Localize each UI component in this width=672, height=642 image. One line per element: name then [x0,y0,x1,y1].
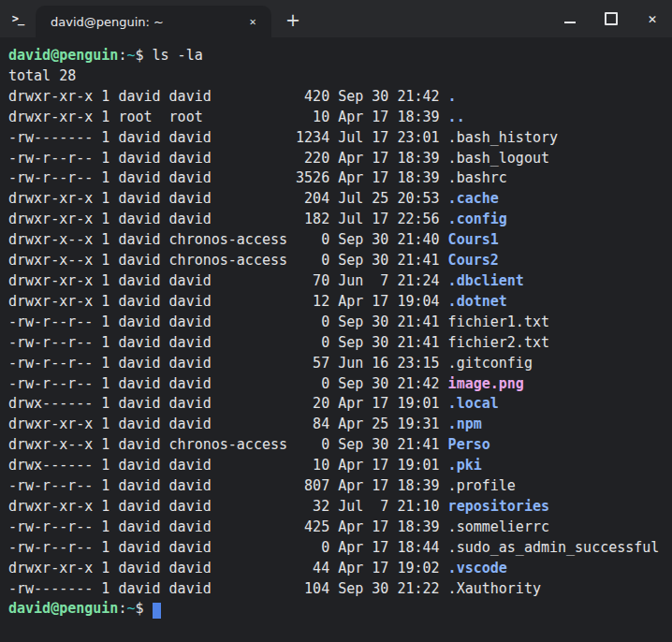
ls-row: drwxr-xr-x 1 david david 204 Jul 25 20:5… [8,189,672,210]
ls-row: -rw-r--r-- 1 david david 425 Apr 17 18:3… [8,518,672,538]
ls-row: drwxr-xr-x 1 david david 182 Jul 17 22:5… [8,210,672,230]
file-name: .bashrc [448,169,507,186]
ls-row: drwx------ 1 david david 10 Apr 17 19:01… [8,456,672,476]
command-text: ls -la [153,47,203,64]
ls-row: -rw-r--r-- 1 david david 807 Apr 17 18:3… [8,476,672,497]
ls-row: drwxr-x--x 1 david chronos-access 0 Sep … [8,435,672,456]
ls-row: -rw-r--r-- 1 david david 3526 Apr 17 18:… [8,168,672,189]
file-name: .sudo_as_admin_successful [448,539,660,556]
close-icon: ✕ [249,15,256,28]
file-meta: drwx------ 1 david david 20 Apr 17 19:01 [8,395,448,412]
file-name: .local [448,395,499,412]
file-meta: -rw-r--r-- 1 david david 3526 Apr 17 18:… [8,169,448,186]
file-meta: -rw-r--r-- 1 david david 0 Apr 17 18:44 [8,539,448,556]
prompt-user-host: david@penguin [8,47,118,64]
file-meta: drwxr-xr-x 1 david david 204 Jul 25 20:5… [8,190,448,207]
file-meta: drwxr-xr-x 1 david david 12 Apr 17 19:04 [8,293,448,310]
maximize-button[interactable] [601,8,621,29]
file-meta: drwxr-xr-x 1 david david 32 Jul 7 21:10 [8,498,448,515]
prompt-dollar: $ [135,600,152,617]
ls-row: drwxr-xr-x 1 david david 70 Jun 7 21:24 … [8,271,672,292]
file-name: image.png [448,375,524,392]
plus-icon: + [285,9,300,30]
file-name: fichier1.txt [448,314,549,330]
file-meta: -rw------- 1 david david 104 Sep 30 21:2… [8,580,448,597]
minimize-button[interactable] [560,8,580,29]
prompt-user-host: david@penguin [8,600,118,617]
ls-row: -rw-r--r-- 1 david david 220 Apr 17 18:3… [8,149,672,169]
file-meta: -rw-r--r-- 1 david david 0 Sep 30 21:41 [8,334,448,351]
file-name: .gitconfig [448,355,533,372]
file-meta: drwxr-x--x 1 david chronos-access 0 Sep … [8,436,448,453]
file-meta: -rw-r--r-- 1 david david 0 Sep 30 21:41 [8,314,448,330]
ls-row: -rw-r--r-- 1 david david 57 Jun 16 23:15… [8,354,672,374]
file-meta: drwxr-xr-x 1 david david 44 Apr 17 19:02 [8,560,448,576]
file-meta: -rw-r--r-- 1 david david 57 Jun 16 23:15 [8,355,448,372]
file-name: .profile [448,477,516,494]
file-meta: drwx------ 1 david david 10 Apr 17 19:01 [8,457,448,474]
prompt-line-current: david@penguin:~$ [8,599,672,620]
close-window-button[interactable]: ✕ [642,8,663,29]
file-meta: drwxr-xr-x 1 david david 420 Sep 30 21:4… [8,88,448,105]
file-meta: drwxr-x--x 1 david chronos-access 0 Sep … [8,231,448,248]
file-name: .npm [448,416,482,432]
ls-row: drwxr-xr-x 1 david david 12 Apr 17 19:04… [8,292,672,313]
terminal-app-icon: >_ [0,0,36,37]
tab-title: david@penguin: ~ [51,15,243,29]
terminal-screen[interactable]: david@penguin:~$ ls -la total 28 drwxr-x… [0,37,672,642]
file-name: Cours2 [448,252,499,269]
ls-row: drwxr-x--x 1 david chronos-access 0 Sep … [8,251,672,271]
ls-row: -rw-r--r-- 1 david david 0 Sep 30 21:41 … [8,313,672,333]
file-name: .bash_logout [448,150,549,167]
ls-row: -rw------- 1 david david 1234 Jul 17 23:… [8,128,672,149]
file-meta: -rw-r--r-- 1 david david 807 Apr 17 18:3… [8,477,448,494]
file-name: fichier2.txt [448,334,549,351]
file-meta: -rw-r--r-- 1 david david 425 Apr 17 18:3… [8,518,448,535]
window-controls: ✕ [560,0,666,37]
ls-row: -rw-r--r-- 1 david david 0 Sep 30 21:42 … [8,374,672,395]
tab-david-penguin[interactable]: david@penguin: ~ ✕ [36,6,271,37]
file-meta: -rw-r--r-- 1 david david 220 Apr 17 18:3… [8,150,448,167]
file-name: .sommelierrc [448,518,549,535]
file-name: .vscode [448,560,507,576]
prompt-line-command: david@penguin:~$ ls -la [8,46,672,66]
file-name: .pki [448,457,482,474]
ls-row: drwxr-xr-x 1 david david 84 Apr 25 19:31… [8,415,672,435]
close-icon: ✕ [648,12,656,26]
ls-row: -rw-r--r-- 1 david david 0 Apr 17 18:44 … [8,538,672,559]
ls-row: drwx------ 1 david david 20 Apr 17 19:01… [8,394,672,415]
ls-row: drwxr-xr-x 1 david david 32 Jul 7 21:10 … [8,497,672,518]
file-name: .Xauthority [448,580,541,597]
file-meta: drwxr-xr-x 1 david david 182 Jul 17 22:5… [8,211,448,227]
text-cursor [153,603,161,619]
file-name: .bash_history [448,129,558,146]
prompt-dollar: $ [135,47,152,64]
new-tab-button[interactable]: + [279,6,307,34]
file-name: .dbclient [448,272,524,289]
file-meta: -rw-r--r-- 1 david david 0 Sep 30 21:42 [8,375,448,392]
ls-row: drwxr-xr-x 1 david david 420 Sep 30 21:4… [8,87,672,108]
tab-bar: >_ david@penguin: ~ ✕ + ✕ [0,0,672,37]
file-name: .config [448,211,507,227]
file-meta: -rw------- 1 david david 1234 Jul 17 23:… [8,129,448,146]
maximize-icon [605,12,618,25]
ls-row: drwxr-x--x 1 david chronos-access 0 Sep … [8,230,672,251]
tab-close-button[interactable]: ✕ [243,12,262,31]
file-name: repositories [448,498,549,515]
terminal-window: >_ david@penguin: ~ ✕ + ✕ david@penguin:… [0,0,672,642]
file-meta: drwxr-xr-x 1 root root 10 Apr 17 18:39 [8,109,448,125]
ls-row: -rw------- 1 david david 104 Sep 30 21:2… [8,579,672,600]
file-name: .cache [448,190,499,207]
total-line: total 28 [8,66,672,87]
ls-row: drwxr-xr-x 1 david david 44 Apr 17 19:02… [8,559,672,579]
file-name: Perso [448,436,490,453]
file-name: Cours1 [448,231,499,248]
minimize-icon [564,22,576,23]
file-name: .. [448,109,465,125]
file-meta: drwxr-x--x 1 david chronos-access 0 Sep … [8,252,448,269]
ls-row: -rw-r--r-- 1 david david 0 Sep 30 21:41 … [8,333,672,354]
ls-row: drwxr-xr-x 1 root root 10 Apr 17 18:39 .… [8,108,672,128]
file-name: .dotnet [448,293,507,310]
file-meta: drwxr-xr-x 1 david david 84 Apr 25 19:31 [8,416,448,432]
ls-output: drwxr-xr-x 1 david david 420 Sep 30 21:4… [8,87,672,600]
